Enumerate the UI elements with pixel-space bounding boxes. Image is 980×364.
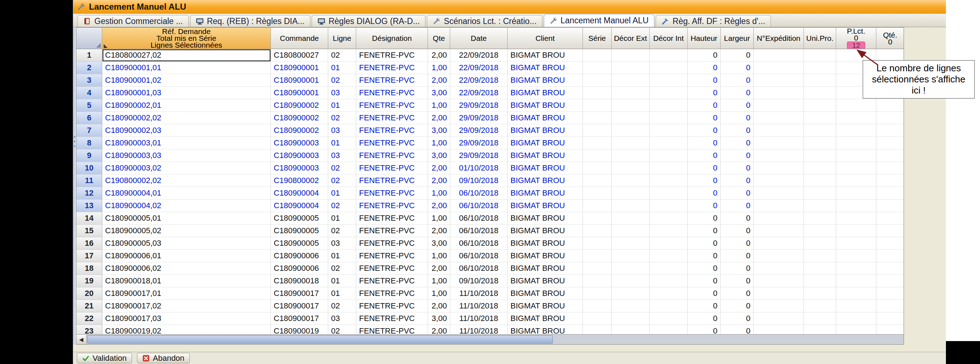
cell-client[interactable]: BIGMAT BROU bbox=[508, 99, 583, 112]
cell-hauteur[interactable]: 0 bbox=[688, 287, 721, 300]
grid-row-8[interactable]: 8C180900003,01C18090000301FENETRE-PVC1,0… bbox=[76, 137, 904, 149]
cell-serie[interactable] bbox=[583, 250, 612, 262]
cell-plct[interactable] bbox=[836, 112, 877, 124]
cell-decor_ext[interactable] bbox=[612, 212, 650, 225]
cell-ref[interactable]: C180900005,03 bbox=[102, 237, 271, 250]
cell-designation[interactable]: FENETRE-PVC bbox=[356, 149, 428, 162]
cell-largeur[interactable]: 0 bbox=[721, 300, 754, 312]
cell-designation[interactable]: FENETRE-PVC bbox=[356, 112, 428, 124]
cell-decor_ext[interactable] bbox=[612, 174, 650, 187]
grid-row-18[interactable]: 18C180900006,02C18090000602FENETRE-PVC2,… bbox=[76, 262, 904, 275]
cell-ref[interactable]: C180900002,01 bbox=[102, 99, 271, 112]
cell-client[interactable]: BIGMAT BROU bbox=[508, 250, 583, 262]
col-header-largeur[interactable]: Largeur bbox=[721, 28, 754, 49]
cell-plct[interactable] bbox=[836, 325, 877, 334]
horizontal-scrollbar[interactable]: ◀ bbox=[76, 334, 904, 344]
cell-decor_ext[interactable] bbox=[612, 225, 650, 237]
cell-qte_lct[interactable] bbox=[877, 124, 904, 137]
cell-largeur[interactable]: 0 bbox=[721, 312, 754, 325]
cell-qte[interactable]: 3,00 bbox=[428, 124, 450, 137]
cell-decor_ext[interactable] bbox=[612, 99, 650, 112]
cell-commande[interactable]: C180900004 bbox=[271, 199, 328, 212]
cell-unipro[interactable] bbox=[804, 187, 836, 199]
cell-unipro[interactable] bbox=[804, 137, 836, 149]
cell-decor_int[interactable] bbox=[650, 124, 688, 137]
cell-unipro[interactable] bbox=[804, 275, 836, 287]
col-header-nexp[interactable]: N°Expédition bbox=[754, 28, 804, 49]
cell-largeur[interactable]: 0 bbox=[721, 237, 754, 250]
cell-ligne[interactable]: 02 bbox=[328, 74, 356, 87]
cell-decor_ext[interactable] bbox=[612, 275, 650, 287]
cell-serie[interactable] bbox=[583, 99, 612, 112]
cell-designation[interactable]: FENETRE-PVC bbox=[356, 162, 428, 174]
cell-largeur[interactable]: 0 bbox=[721, 137, 754, 149]
cell-qte_lct[interactable] bbox=[877, 250, 904, 262]
cell-date[interactable]: 22/09/2018 bbox=[450, 74, 508, 87]
validation-button[interactable]: Validation bbox=[77, 353, 132, 363]
cell-ligne[interactable]: 01 bbox=[328, 275, 356, 287]
cell-commande[interactable]: C180900002 bbox=[271, 99, 328, 112]
cell-hauteur[interactable]: 0 bbox=[688, 212, 721, 225]
cell-ligne[interactable]: 02 bbox=[328, 262, 356, 275]
cell-largeur[interactable]: 0 bbox=[721, 199, 754, 212]
cell-commande[interactable]: C180900005 bbox=[271, 212, 328, 225]
cell-nexp[interactable] bbox=[754, 199, 804, 212]
cell-qte[interactable]: 2,00 bbox=[428, 162, 450, 174]
cell-serie[interactable] bbox=[583, 49, 612, 62]
cell-decor_int[interactable] bbox=[650, 87, 688, 99]
cell-qte_lct[interactable] bbox=[877, 149, 904, 162]
cell-ref[interactable]: C180900003,01 bbox=[102, 137, 271, 149]
grid-row-4[interactable]: 4C180900001,03C18090000103FENETRE-PVC3,0… bbox=[76, 87, 904, 99]
cell-nexp[interactable] bbox=[754, 325, 804, 334]
col-header-unipro[interactable]: Uni.Pro. bbox=[804, 28, 836, 49]
cell-decor_ext[interactable] bbox=[612, 250, 650, 262]
cell-ref[interactable]: C180900003,03 bbox=[102, 149, 271, 162]
cell-unipro[interactable] bbox=[804, 287, 836, 300]
cell-hauteur[interactable]: 0 bbox=[688, 124, 721, 137]
cell-qte_lct[interactable] bbox=[877, 300, 904, 312]
cell-largeur[interactable]: 0 bbox=[721, 262, 754, 275]
cell-ligne[interactable]: 01 bbox=[328, 99, 356, 112]
cell-designation[interactable]: FENETRE-PVC bbox=[356, 212, 428, 225]
row-number[interactable]: 7 bbox=[76, 124, 102, 137]
cell-unipro[interactable] bbox=[804, 300, 836, 312]
cell-date[interactable]: 22/09/2018 bbox=[450, 87, 508, 99]
cell-hauteur[interactable]: 0 bbox=[688, 112, 721, 124]
cell-qte[interactable]: 2,00 bbox=[428, 199, 450, 212]
cell-decor_ext[interactable] bbox=[612, 112, 650, 124]
col-header-client[interactable]: Client bbox=[508, 28, 583, 49]
cell-nexp[interactable] bbox=[754, 124, 804, 137]
row-number[interactable]: 19 bbox=[76, 275, 102, 287]
cell-qte[interactable]: 1,00 bbox=[428, 212, 450, 225]
cell-decor_int[interactable] bbox=[650, 174, 688, 187]
cell-qte[interactable]: 2,00 bbox=[428, 325, 450, 334]
cell-decor_int[interactable] bbox=[650, 275, 688, 287]
cell-serie[interactable] bbox=[583, 212, 612, 225]
cell-unipro[interactable] bbox=[804, 124, 836, 137]
cell-largeur[interactable]: 0 bbox=[721, 187, 754, 199]
grid-row-19[interactable]: 19C180900018,01C18090001801FENETRE-PVC1,… bbox=[76, 275, 904, 287]
cell-unipro[interactable] bbox=[804, 212, 836, 225]
row-number[interactable]: 12 bbox=[76, 187, 102, 199]
cell-ref[interactable]: C180800027,02 bbox=[102, 49, 271, 62]
cell-plct[interactable] bbox=[836, 149, 877, 162]
cell-qte[interactable]: 2,00 bbox=[428, 49, 450, 62]
grid-row-1[interactable]: 1C180800027,02C18080002702FENETRE-PVC2,0… bbox=[76, 49, 904, 62]
cell-serie[interactable] bbox=[583, 275, 612, 287]
cell-serie[interactable] bbox=[583, 287, 612, 300]
cell-decor_ext[interactable] bbox=[612, 187, 650, 199]
cell-serie[interactable] bbox=[583, 199, 612, 212]
cell-decor_int[interactable] bbox=[650, 199, 688, 212]
cell-ref[interactable]: C180900017,02 bbox=[102, 300, 271, 312]
cell-plct[interactable] bbox=[836, 300, 877, 312]
cell-hauteur[interactable]: 0 bbox=[688, 275, 721, 287]
cell-ref[interactable]: C180900004,02 bbox=[102, 199, 271, 212]
cell-serie[interactable] bbox=[583, 262, 612, 275]
cell-plct[interactable] bbox=[836, 237, 877, 250]
cell-hauteur[interactable]: 0 bbox=[688, 325, 721, 334]
cell-decor_int[interactable] bbox=[650, 162, 688, 174]
grid-row-9[interactable]: 9C180900003,03C18090000303FENETRE-PVC3,0… bbox=[76, 149, 904, 162]
cell-serie[interactable] bbox=[583, 124, 612, 137]
cell-client[interactable]: BIGMAT BROU bbox=[508, 137, 583, 149]
cell-qte[interactable]: 1,00 bbox=[428, 287, 450, 300]
